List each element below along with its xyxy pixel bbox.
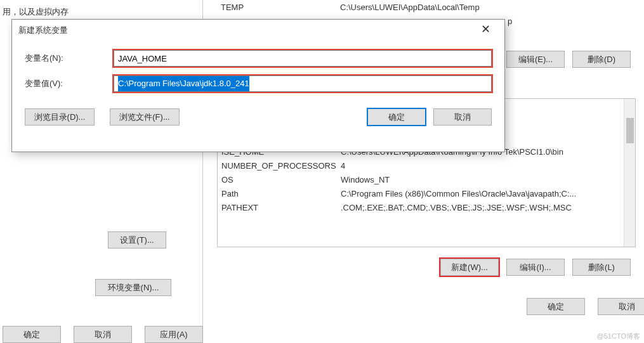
env-vars-button[interactable]: 环境变量(N)... (95, 279, 171, 296)
var-name-cell: TEMP (217, 3, 336, 12)
cancel-button[interactable]: 取消 (74, 326, 132, 343)
browse-file-button[interactable]: 浏览文件(F)... (110, 108, 180, 126)
env-dialog-okcancel: 确定 取消 (527, 298, 644, 315)
new-system-variable-dialog: 新建系统变量 ✕ 变量名(N): 变量值(V): C:\Program File… (11, 19, 505, 152)
delete-user-var-button[interactable]: 删除(D) (572, 51, 631, 68)
table-row: PathC:\Program Files (x86)\Common Files\… (218, 186, 635, 200)
variable-value-label: 变量值(V): (25, 78, 114, 89)
dialog-title: 新建系统变量 (18, 25, 473, 36)
variable-value-input[interactable]: C:\Program Files\Java\jdk1.8.0_241 (114, 75, 492, 92)
variable-name-input[interactable] (114, 50, 492, 67)
cancel-button[interactable]: 取消 (433, 108, 492, 126)
variable-name-label: 变量名(N): (25, 53, 114, 64)
var-name-cell: NUMBER_OF_PROCESSORS (218, 161, 337, 171)
settings-button[interactable]: 设置(T)... (108, 231, 166, 249)
var-value-cell: Windows_NT (337, 175, 635, 184)
value-row: 变量值(V): C:\Program Files\Java\jdk1.8.0_2… (25, 75, 492, 92)
var-name-cell: PATHEXT (218, 203, 337, 212)
close-icon[interactable]: ✕ (473, 22, 498, 39)
dialog-titlebar[interactable]: 新建系统变量 ✕ (12, 20, 504, 41)
dialog-buttons: 浏览目录(D)... 浏览文件(F)... 确定 取消 (25, 108, 492, 126)
browse-directory-button[interactable]: 浏览目录(D)... (25, 108, 95, 126)
var-value-cell: 4 (337, 161, 635, 171)
sysprops-bottom-row: 确定 取消 应用(A) (3, 326, 203, 343)
scrollbar[interactable] (624, 99, 635, 247)
var-name-cell: Path (218, 189, 337, 198)
edit-sys-var-button[interactable]: 编辑(I)... (506, 259, 565, 276)
ok-button[interactable]: 确定 (527, 298, 585, 315)
new-sys-var-button[interactable]: 新建(W)... (440, 259, 499, 276)
selected-text: C:\Program Files\Java\jdk1.8.0_241 (118, 76, 249, 91)
edit-user-var-button[interactable]: 编辑(E)... (506, 51, 565, 68)
name-row: 变量名(N): (25, 50, 492, 67)
table-row: TEMP C:\Users\LUWEI\AppData\Local\Temp (217, 0, 626, 14)
var-value-cell: .COM;.EXE;.BAT;.CMD;.VBS;.VBE;.JS;.JSE;.… (337, 203, 635, 212)
ok-button[interactable]: 确定 (367, 108, 426, 126)
vm-text-fragment: 用，以及虚拟内存 (3, 6, 69, 18)
cancel-button[interactable]: 取消 (598, 298, 644, 315)
var-name-cell: OS (218, 175, 337, 184)
var-value-cell: C:\Users\LUWEI\AppData\Local\Temp (336, 3, 626, 12)
table-row: NUMBER_OF_PROCESSORS4 (218, 159, 635, 172)
table-row: OSWindows_NT (218, 172, 635, 186)
ok-button[interactable]: 确定 (3, 326, 61, 343)
var-value-cell: C:\Program Files (x86)\Common Files\Orac… (337, 189, 635, 198)
delete-sys-var-button[interactable]: 删除(L) (572, 259, 631, 276)
apply-button[interactable]: 应用(A) (145, 326, 203, 343)
scrollbar-thumb[interactable] (626, 118, 634, 143)
system-vars-buttons: 新建(W)... 编辑(I)... 删除(L) (440, 259, 631, 276)
table-row: PATHEXT.COM;.EXE;.BAT;.CMD;.VBS;.VBE;.JS… (218, 200, 635, 214)
